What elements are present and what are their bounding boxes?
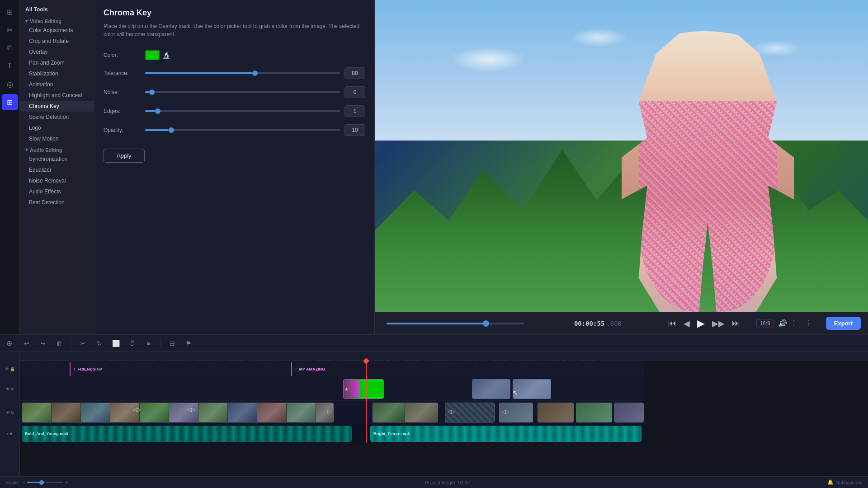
lock-icon[interactable]: 🔒 (10, 367, 15, 371)
audio-clip-2[interactable]: Bright_Future.mp3 (370, 426, 642, 442)
sidebar-item-equalizer[interactable]: Equalizer (20, 164, 94, 175)
cut-button[interactable]: ✂ (77, 337, 90, 350)
sidebar-item-logo[interactable]: Logo (20, 122, 94, 133)
layers-icon[interactable]: ⧉ (2, 40, 18, 56)
track-labels: 👁 🔒 👁 ⧉ 👁 ⧉ ♪ 👁 (0, 352, 20, 476)
text-clip-my-amazing[interactable]: T MY AMAZING (291, 362, 345, 376)
audio-clip-2-label: Bright_Future.mp3 (373, 432, 410, 436)
sidebar-item-overlay[interactable]: Overlay (20, 47, 94, 57)
flag-button[interactable]: ⚑ (182, 337, 195, 350)
sidebar-item-slow-motion[interactable]: Slow Motion (20, 133, 94, 144)
eyedropper-icon[interactable]: 🔬 (162, 52, 170, 59)
sidebar-item-chroma-key[interactable]: Chroma Key (20, 101, 94, 112)
scale-plus-icon[interactable]: + (65, 480, 68, 485)
scale-thumb[interactable] (39, 480, 44, 485)
timeline-content: 👁 🔒 👁 ⧉ 👁 ⧉ ♪ 👁 00:0 (0, 352, 868, 476)
sidebar-item-pan-zoom[interactable]: Pan and Zoom (20, 57, 94, 68)
notifications-button[interactable]: 🔔 Notifications (827, 479, 863, 485)
skip-back-button[interactable]: ⏮ (666, 318, 678, 329)
audio-editing-label: Audio Editing (30, 147, 62, 153)
time-ruler: 00:00:00 00:00:05 00:00:10 00:00:15 00:0… (20, 352, 868, 361)
eye-icon-4[interactable]: 👁 (9, 432, 13, 436)
delete-button[interactable]: 🗑 (53, 337, 66, 350)
opacity-value[interactable]: 10 (344, 124, 365, 136)
sidebar-item-beat-detection[interactable]: Beat Detection (20, 197, 94, 208)
tools-icon[interactable]: ⊞ (2, 94, 18, 110)
opacity-slider[interactable] (145, 129, 340, 131)
main-clip-4[interactable] (538, 403, 574, 422)
eye-icon[interactable]: 👁 (5, 367, 9, 371)
import-button[interactable]: ⊟ (166, 337, 179, 350)
crop-button[interactable]: ⬜ (109, 337, 122, 350)
playhead[interactable] (366, 361, 367, 443)
noise-value[interactable]: 0 (344, 86, 365, 98)
refresh-button[interactable]: ↻ (93, 337, 106, 350)
all-tools-header[interactable]: All Tools (20, 4, 94, 15)
volume-icon[interactable]: 🔊 (777, 318, 788, 328)
next-frame-button[interactable]: ▶▶ (710, 318, 726, 329)
main-clip-hatched[interactable]: ◁▷ (445, 403, 495, 422)
fullscreen-icon[interactable]: ⛶ (792, 319, 801, 328)
redo-button[interactable]: ↪ (37, 337, 49, 350)
aspect-ratio-badge[interactable]: 16:9 (756, 319, 773, 328)
export-button[interactable]: Export (826, 317, 861, 330)
overlay-clip-2[interactable] (513, 379, 551, 399)
video-editing-section[interactable]: ▾ Video Editing (20, 15, 94, 25)
sidebar-item-noise-removal[interactable]: Noise Removal (20, 175, 94, 186)
text-track: T FRIENDSHIP T MY AMAZING (20, 361, 644, 377)
main-clip-5[interactable] (576, 403, 612, 422)
transition-icon-2[interactable]: ◁▷ (187, 406, 195, 413)
add-track-icon[interactable]: ⊕ (5, 338, 13, 348)
time-button[interactable]: ⏱ (126, 337, 138, 350)
sidebar-item-highlight-conceal[interactable]: Highlight and Conceal (20, 90, 94, 101)
scale-minus-icon[interactable]: − (23, 480, 26, 485)
main-clip-6[interactable] (614, 403, 644, 422)
sidebar-item-scene-detection[interactable]: Scene Detection (20, 112, 94, 122)
layers-icon-3[interactable]: ⧉ (11, 410, 14, 415)
sidebar-item-synchronization[interactable]: Synchronization (20, 154, 94, 164)
text-icon[interactable]: T (2, 58, 18, 74)
edges-value[interactable]: 1 (344, 105, 365, 117)
sidebar-item-crop-rotate[interactable]: Crop and Rotate (20, 36, 94, 47)
music-icon[interactable]: ♪ (6, 432, 9, 436)
noise-slider[interactable] (145, 91, 340, 93)
audio-clip-1[interactable]: Bold_And_Young.mp3 (22, 426, 352, 442)
skip-fwd-button[interactable]: ⏭ (730, 318, 742, 329)
tolerance-value[interactable]: 80 (344, 67, 365, 79)
list-button[interactable]: ≡ (142, 337, 155, 350)
tolerance-slider[interactable] (145, 72, 340, 74)
more-options-icon[interactable]: ⋮ (804, 318, 813, 328)
sidebar-item-color-adjustments[interactable]: Color Adjustments (20, 25, 94, 36)
preview-video (375, 0, 868, 312)
circle-icon[interactable]: ◎ (2, 76, 18, 92)
sidebar-item-animation[interactable]: Animation (20, 79, 94, 90)
timecode-sub: .600 (606, 320, 622, 327)
overlay-clip-1[interactable] (472, 379, 510, 399)
prev-frame-button[interactable]: ◀ (682, 318, 692, 329)
main-clip-3[interactable]: ◁▷ (499, 403, 533, 422)
eye-icon-2[interactable]: 👁 (6, 387, 10, 391)
scissors-icon[interactable]: ✂ (2, 22, 18, 38)
scale-control[interactable]: − + (23, 480, 68, 485)
main-clip-right[interactable] (373, 403, 438, 422)
main-clip-strip[interactable]: ▷ (22, 403, 334, 422)
audio-editing-section[interactable]: ▾ Audio Editing (20, 144, 94, 154)
project-length-label: Project length: 01:37 (425, 480, 471, 485)
apply-button[interactable]: Apply (104, 149, 145, 163)
edges-label: Edges: (104, 108, 140, 114)
layers-icon-2[interactable]: ⧉ (11, 387, 14, 392)
undo-button[interactable]: ↩ (20, 337, 33, 350)
audio-track-1: Bold_And_Young.mp3 Bright_Future.mp3 (20, 424, 644, 443)
playback-progress[interactable] (387, 323, 524, 324)
edges-slider[interactable] (145, 110, 340, 112)
text-clip-friendship[interactable]: T FRIENDSHIP (70, 362, 259, 376)
sidebar-item-stabilization[interactable]: Stabilization (20, 68, 94, 79)
scale-slider-track[interactable] (27, 482, 63, 483)
green-clip[interactable]: ★ (343, 379, 384, 399)
play-button[interactable]: ▶ (695, 317, 707, 330)
transition-icon-1[interactable]: ◁▷ (133, 406, 141, 413)
eye-icon-3[interactable]: 👁 (6, 410, 10, 415)
color-swatch[interactable] (145, 50, 160, 60)
grid-icon[interactable]: ⊞ (2, 4, 18, 20)
sidebar-item-audio-effects[interactable]: Audio Effects (20, 186, 94, 197)
